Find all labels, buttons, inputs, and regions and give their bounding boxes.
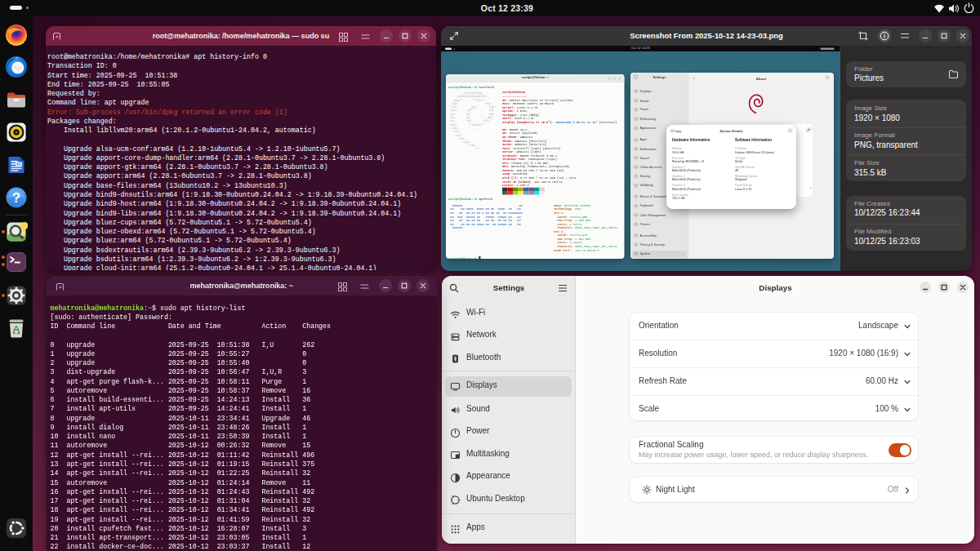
svg-text:?: ? [12, 190, 20, 206]
